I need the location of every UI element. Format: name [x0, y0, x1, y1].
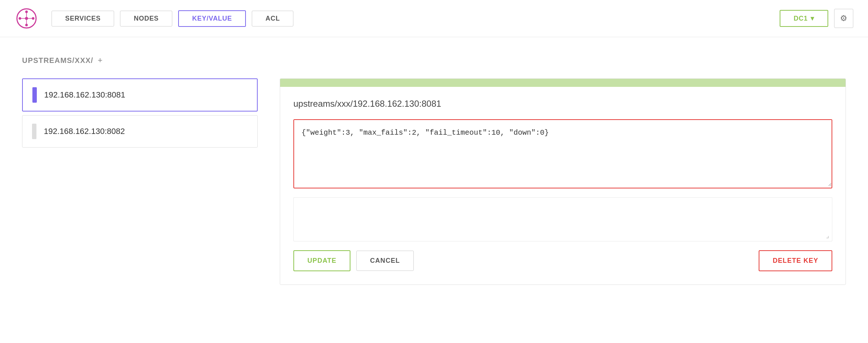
main-content: UPSTREAMS/XXX/ + 192.168.162.130:8081 19…: [0, 37, 868, 303]
value-input-wrap: [293, 119, 832, 188]
unselected-indicator: [32, 124, 36, 139]
svg-point-3: [25, 24, 28, 26]
logo: [15, 7, 38, 30]
breadcrumb-plus[interactable]: +: [98, 56, 103, 65]
gear-icon: ⚙: [840, 14, 847, 23]
nav-acl-button[interactable]: ACL: [252, 11, 293, 26]
key-list: 192.168.162.130:8081 192.168.162.130:808…: [22, 78, 258, 151]
value-panel: upstreams/xxx/192.168.162.130:8081 UPDAT…: [280, 78, 846, 285]
svg-point-2: [25, 11, 28, 13]
breadcrumb-path: UPSTREAMS/XXX/: [22, 56, 93, 65]
delete-key-button[interactable]: DELETE KEY: [759, 250, 832, 271]
key-path-label: upstreams/xxx/192.168.162.130:8081: [293, 99, 832, 109]
nav-dc1-button[interactable]: DC1 ▾: [780, 10, 828, 27]
key-item-label: 192.168.162.130:8081: [44, 90, 125, 100]
content-row: 192.168.162.130:8081 192.168.162.130:808…: [22, 78, 846, 285]
action-row: UPDATE CANCEL DELETE KEY: [293, 250, 832, 271]
value-textarea[interactable]: [294, 120, 832, 186]
svg-point-5: [32, 17, 35, 20]
settings-button[interactable]: ⚙: [834, 9, 853, 28]
breadcrumb: UPSTREAMS/XXX/ +: [22, 56, 846, 65]
cancel-button[interactable]: CANCEL: [356, 251, 413, 271]
nav-services-button[interactable]: SERVICES: [52, 11, 114, 26]
svg-point-4: [19, 17, 21, 20]
chevron-down-icon: ▾: [811, 14, 814, 22]
update-button[interactable]: UPDATE: [293, 250, 350, 271]
selected-indicator: [32, 87, 37, 103]
value-panel-body: upstreams/xxx/192.168.162.130:8081 UPDAT…: [280, 87, 846, 284]
green-status-bar: [280, 79, 846, 87]
key-item-label: 192.168.162.130:8082: [44, 127, 125, 136]
list-item[interactable]: 192.168.162.130:8081: [22, 78, 258, 112]
header: SERVICES NODES KEY/VALUE ACL DC1 ▾ ⚙: [0, 0, 868, 37]
value-extra-area: [293, 197, 832, 241]
nav-nodes-button[interactable]: NODES: [120, 11, 172, 26]
nav-keyvalue-button[interactable]: KEY/VALUE: [178, 10, 246, 27]
list-item[interactable]: 192.168.162.130:8082: [22, 115, 258, 148]
